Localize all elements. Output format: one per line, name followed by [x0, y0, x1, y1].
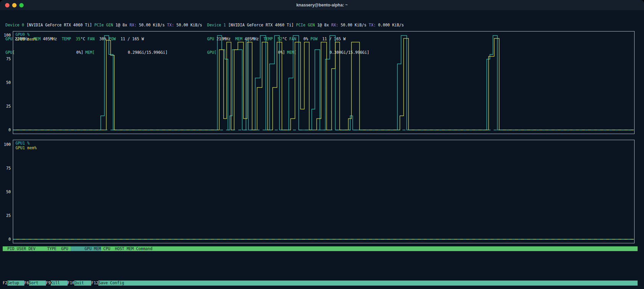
sort-column-gpu-mem[interactable]: GPU MEM — [71, 246, 101, 251]
fkey-label-f6: F6 — [24, 281, 29, 286]
y-axis-tick-label: 25 — [0, 104, 11, 109]
function-key-bar: F2SetupF6SortF9KillF10QuitF12Save Config — [3, 281, 638, 286]
table-header-columns[interactable]: CPU HOST MEM Command — [101, 246, 638, 251]
y-axis-tick-label: 100 — [0, 33, 11, 38]
gpu1-chart-legend: GPU1 %GPU1 mem% — [16, 141, 36, 150]
y-axis-tick-label: 50 — [0, 81, 11, 85]
y-axis-tick-label: 75 — [0, 57, 11, 62]
y-axis-tick-label: 0 — [0, 128, 11, 133]
table-header-columns[interactable]: PID USER DEV TYPE GPU — [3, 246, 71, 251]
fkey-label-f10: F10 — [68, 281, 75, 286]
fkey-action-sort[interactable]: Sort — [29, 281, 46, 286]
chart-legend-item: GPU1 % — [16, 141, 36, 146]
titlebar: knassery@bento-alpha: ~ — [0, 0, 644, 10]
terminal-window: knassery@bento-alpha: ~ Device 0[NVIDIA … — [0, 0, 644, 289]
fkey-action-setup[interactable]: Setup — [7, 281, 24, 286]
nvtop-screen: Device 0[NVIDIA GeForce RTX 4060 Ti]PCIe… — [0, 10, 644, 289]
process-table-header: PID USER DEV TYPE GPU GPU MEM CPU HOST M… — [3, 246, 638, 251]
y-axis-tick-label: 75 — [0, 166, 11, 171]
chart-legend-item: GPU1 mem% — [16, 146, 36, 151]
gpu0-chart-plot — [13, 31, 634, 133]
fkey-action-kill[interactable]: Kill — [51, 281, 68, 286]
fkey-action-quit[interactable]: Quit — [74, 281, 91, 286]
window-title: knassery@bento-alpha: ~ — [296, 3, 348, 7]
close-button-icon[interactable] — [5, 3, 9, 7]
traffic-lights — [5, 3, 24, 7]
fkey-label-f9: F9 — [46, 281, 51, 286]
gpu1-chart-y-axis: 1007550250 — [0, 142, 11, 242]
y-axis-tick-label: 25 — [0, 214, 11, 218]
gpu0-chart-legend: GPU0 %GPU0 mem% — [16, 32, 36, 42]
chart-series-gpu0-mem- — [13, 38, 634, 130]
y-axis-tick-label: 0 — [0, 237, 11, 242]
gpu0-utilization-chart: GPU0 %GPU0 mem% — [13, 31, 635, 134]
device-0-line1: Device 0[NVIDIA GeForce RTX 4060 Ti]PCIe… — [5, 23, 202, 28]
fkey-label-f2: F2 — [3, 281, 7, 286]
zoom-button-icon[interactable] — [19, 3, 24, 7]
fkey-label-f12: F12 — [91, 281, 98, 286]
y-axis-tick-label: 100 — [0, 142, 11, 147]
fkey-action-save-config[interactable]: Save Config — [98, 281, 638, 286]
y-axis-tick-label: 50 — [0, 190, 11, 195]
gpu1-chart-plot — [13, 140, 634, 243]
chart-legend-item: GPU0 mem% — [16, 37, 36, 42]
gpu1-utilization-chart: GPU1 %GPU1 mem% — [13, 140, 635, 243]
minimize-button-icon[interactable] — [12, 3, 17, 7]
chart-legend-item: GPU0 % — [16, 32, 36, 37]
device-1-line1: Device 1[NVIDIA GeForce RTX 4060 Ti]PCIe… — [207, 23, 404, 28]
gpu0-chart-y-axis: 1007550250 — [0, 33, 11, 132]
